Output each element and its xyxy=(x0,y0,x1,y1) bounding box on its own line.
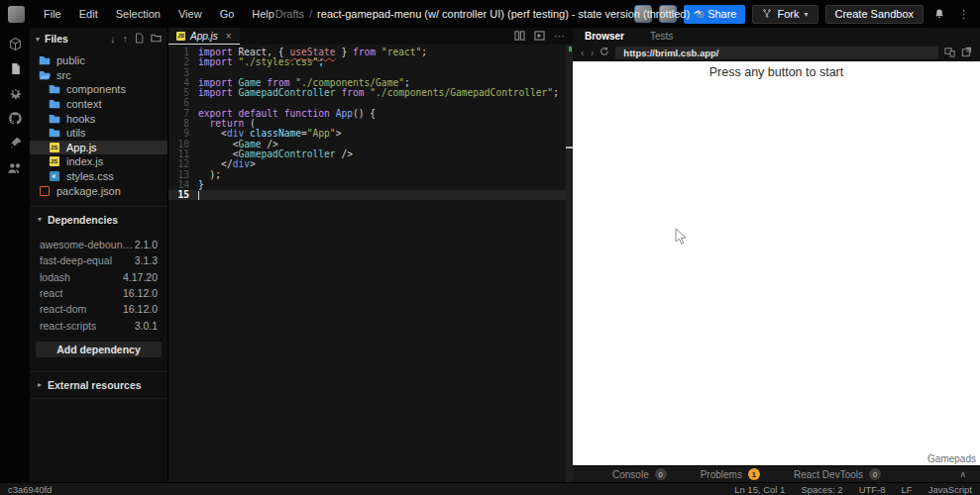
file-item-styles.css[interactable]: #styles.css xyxy=(30,169,167,184)
browser-urlbar: ‹ › https://briml.csb.app/ xyxy=(573,44,980,61)
menu-view[interactable]: View xyxy=(169,8,211,20)
browser-viewport[interactable]: Press any button to start Gamepads xyxy=(573,61,980,465)
address-bar[interactable]: https://briml.csb.app/ xyxy=(615,47,938,59)
menu-edit[interactable]: Edit xyxy=(70,8,107,20)
files-explorer-icon[interactable] xyxy=(7,60,23,76)
file-item-index.js[interactable]: JSindex.js xyxy=(30,154,167,169)
split-editor-icon[interactable] xyxy=(514,31,525,43)
status-javascript[interactable]: JavaScript xyxy=(928,484,972,495)
dependency-fast-deep-equal[interactable]: fast-deep-equal3.1.3 xyxy=(30,252,167,268)
code-line-12[interactable]: 12 </div> xyxy=(168,159,573,169)
explorer-sidebar: ▾ Files ↓ ↑ publicsrccomponentscontextho… xyxy=(30,28,168,482)
dependency-react-scripts[interactable]: react-scripts3.0.1 xyxy=(30,317,167,333)
count-badge: 1 xyxy=(748,468,760,480)
open-preview-icon[interactable] xyxy=(534,31,545,43)
line-number: 15 xyxy=(168,190,198,200)
file-label: styles.css xyxy=(66,170,114,182)
code-area[interactable]: 1import React, { useState } from "react"… xyxy=(168,45,573,482)
gamepads-overlay-label: Gamepads xyxy=(927,453,976,464)
file-item-utils[interactable]: utils xyxy=(30,126,167,141)
more-options-kebab-icon[interactable]: ⋮ xyxy=(955,8,972,21)
forward-icon[interactable]: › xyxy=(591,48,595,58)
status-ln-15-col-1[interactable]: Ln 15, Col 1 xyxy=(734,484,785,495)
add-dependency-button[interactable]: Add dependency xyxy=(36,342,162,357)
back-icon[interactable]: ‹ xyxy=(581,48,585,58)
status-lf[interactable]: LF xyxy=(902,484,913,495)
file-item-src[interactable]: src xyxy=(30,68,167,83)
open-new-window-icon[interactable] xyxy=(961,47,972,59)
console-item-console[interactable]: Console0 xyxy=(612,468,667,480)
dependency-name: awesome-debounce-pro... xyxy=(40,239,134,250)
menu-file[interactable]: File xyxy=(35,8,70,20)
code-line-14[interactable]: 14} xyxy=(168,180,573,190)
code-line-5[interactable]: 5import GamepadController from "./compon… xyxy=(168,88,573,98)
status-spaces-2[interactable]: Spaces: 2 xyxy=(801,484,842,495)
dependency-react-dom[interactable]: react-dom16.12.0 xyxy=(30,301,167,317)
privacy-globe-icon[interactable]: ⊕ xyxy=(696,8,705,21)
dependency-lodash[interactable]: lodash4.17.20 xyxy=(30,269,167,285)
user-avatar[interactable] xyxy=(8,6,25,23)
files-label: Files xyxy=(45,33,68,45)
expand-console-chevron-icon[interactable]: ∧ xyxy=(959,469,966,479)
code-line-15[interactable]: 15 xyxy=(168,190,573,200)
file-item-components[interactable]: components xyxy=(30,82,167,97)
close-tab-icon[interactable]: × xyxy=(226,31,232,42)
json-file-icon xyxy=(38,185,51,196)
file-label: src xyxy=(56,69,71,81)
more-actions-icon[interactable]: ⋯ xyxy=(554,30,565,43)
file-label: App.js xyxy=(66,142,97,153)
status-bar: c3a6940fd Ln 15, Col 1Spaces: 2UTF-8LFJa… xyxy=(0,482,980,495)
new-file-icon[interactable] xyxy=(135,33,144,46)
text-cursor xyxy=(198,191,199,200)
file-item-public[interactable]: public xyxy=(30,53,167,68)
breadcrumb[interactable]: Drafts xyxy=(275,8,304,20)
menu-selection[interactable]: Selection xyxy=(107,8,169,20)
console-item-problems[interactable]: Problems1 xyxy=(701,468,760,480)
upload-icon[interactable]: ↑ xyxy=(123,33,129,45)
file-item-app.js[interactable]: JSApp.js xyxy=(30,141,167,155)
file-item-package.json[interactable]: package.json xyxy=(30,183,167,198)
menu-go[interactable]: Go xyxy=(211,8,244,20)
external-resources-header[interactable]: ▸ External resources xyxy=(30,372,167,398)
dependency-react[interactable]: react16.12.0 xyxy=(30,285,167,301)
commit-hash[interactable]: c3a6940fd xyxy=(8,484,52,495)
live-collaboration-icon[interactable] xyxy=(7,159,23,175)
chevron-down-icon[interactable]: ▾ xyxy=(804,10,808,19)
create-sandbox-button[interactable]: Create Sandbox xyxy=(825,5,925,24)
settings-gear-icon[interactable] xyxy=(7,85,23,101)
code-line-2[interactable]: 2import "./styles.css"; xyxy=(168,57,573,67)
divider xyxy=(30,398,167,399)
js-file-icon: JS xyxy=(48,156,60,167)
css-file-icon: # xyxy=(48,171,60,182)
js-file-icon: JS xyxy=(176,32,185,41)
preview-tab-tests[interactable]: Tests xyxy=(650,31,673,42)
tab-appjs[interactable]: JS App.js × xyxy=(168,28,240,45)
fork-button[interactable]: Fork ▾ xyxy=(752,5,817,24)
github-icon[interactable] xyxy=(7,110,23,126)
status-utf-8[interactable]: UTF-8 xyxy=(859,484,886,495)
file-label: context xyxy=(66,98,101,110)
project-cube-icon[interactable] xyxy=(7,36,23,51)
new-folder-icon[interactable] xyxy=(151,33,162,45)
refresh-icon[interactable] xyxy=(599,47,609,58)
export-download-icon[interactable]: ↓ xyxy=(110,33,116,45)
preview-tab-browser[interactable]: Browser xyxy=(585,31,624,42)
responsive-mode-icon[interactable] xyxy=(944,47,955,59)
dependency-awesome-debounce-pro[interactable]: awesome-debounce-pro...2.1.0 xyxy=(30,237,167,252)
console-item-react-devtools[interactable]: React DevTools0 xyxy=(794,468,881,480)
editor-scrollbar[interactable] xyxy=(566,45,573,482)
dependencies-header[interactable]: ▾ Dependencies xyxy=(30,207,167,233)
file-item-hooks[interactable]: hooks xyxy=(30,111,167,126)
file-item-context[interactable]: context xyxy=(30,97,167,112)
page-title[interactable]: react-gamepad-menu (w/ controller UI) (p… xyxy=(317,8,690,20)
code-line-13[interactable]: 13 ); xyxy=(168,170,573,180)
console-item-label: Console xyxy=(612,469,649,480)
collapse-caret-icon[interactable]: ▾ xyxy=(36,35,40,44)
deployment-rocket-icon[interactable] xyxy=(7,135,23,150)
dependency-name: lodash xyxy=(40,271,70,283)
sandbox-title: Drafts / react-gamepad-menu (w/ controll… xyxy=(275,0,706,28)
notifications-bell-icon[interactable] xyxy=(930,8,948,20)
dependency-version: 4.17.20 xyxy=(123,271,158,283)
folder-icon xyxy=(38,55,51,66)
folder-icon xyxy=(48,113,60,124)
